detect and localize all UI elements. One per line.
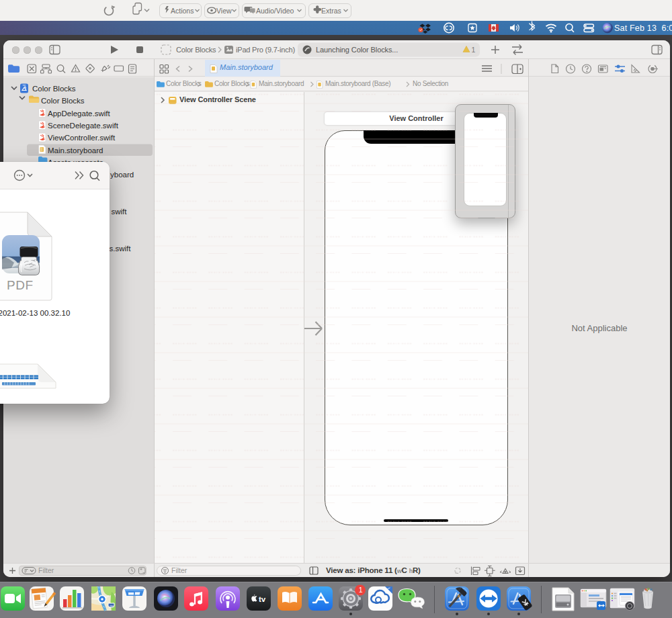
svg-text:tv: tv — [259, 595, 266, 603]
svg-text:280: 280 — [110, 605, 114, 608]
svg-text:Launching Color Blocks...: Launching Color Blocks... — [316, 46, 398, 54]
svg-text:Extras: Extras — [321, 7, 341, 15]
svg-text:Actions: Actions — [171, 7, 194, 15]
svg-text:Color Blocks: Color Blocks — [176, 46, 216, 54]
svg-text:1: 1 — [472, 46, 476, 54]
svg-text:1: 1 — [359, 586, 363, 594]
svg-text:Audio/Video: Audio/Video — [256, 7, 294, 15]
svg-text:2021-02-13 00.32.10: 2021-02-13 00.32.10 — [0, 309, 70, 317]
svg-text:iPad Pro (9.7-inch): iPad Pro (9.7-inch) — [236, 46, 295, 54]
svg-text:View: View — [216, 7, 232, 15]
svg-text:PDF: PDF — [7, 278, 34, 292]
